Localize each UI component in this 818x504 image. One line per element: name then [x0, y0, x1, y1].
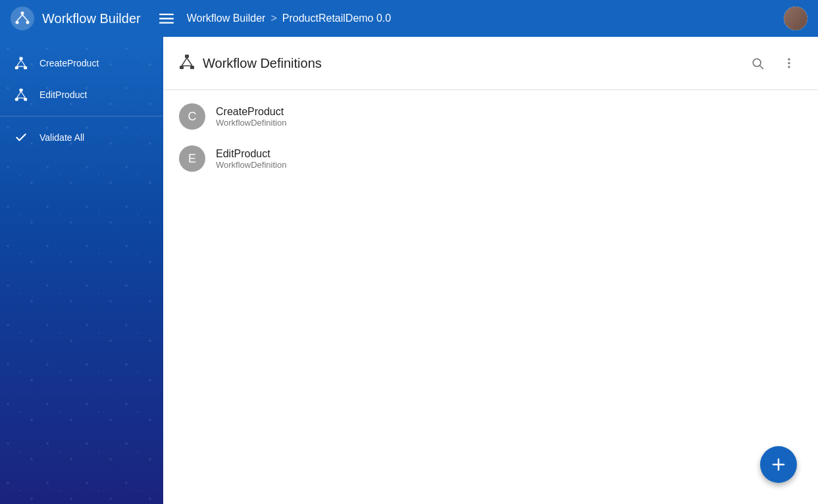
sidebar-item-edit-product[interactable]: EditProduct [0, 79, 163, 111]
svg-line-24 [187, 58, 192, 66]
page-header-actions [744, 50, 802, 76]
breadcrumb: Workflow Builder > ProductRetailDemo 0.0 [187, 13, 784, 24]
svg-line-4 [22, 15, 28, 21]
svg-rect-5 [159, 14, 174, 15]
definition-type-create: WorkflowDefinition [216, 118, 286, 128]
svg-point-0 [21, 12, 24, 15]
svg-line-12 [21, 60, 26, 66]
page-header: Workflow Definitions [163, 37, 818, 90]
sidebar-item-label-edit-product: EditProduct [39, 89, 87, 100]
search-icon [751, 57, 764, 70]
avatar[interactable] [784, 7, 807, 30]
add-icon [771, 457, 786, 472]
hamburger-icon [159, 11, 174, 26]
breadcrumb-separator: > [270, 13, 276, 24]
svg-point-30 [788, 66, 790, 68]
add-button[interactable] [760, 446, 797, 483]
page-title: Workflow Definitions [203, 56, 744, 71]
svg-point-2 [26, 21, 30, 24]
svg-point-29 [788, 62, 790, 64]
svg-line-17 [16, 91, 21, 98]
definition-name-edit: EditProduct [216, 148, 286, 160]
svg-point-28 [788, 59, 790, 61]
svg-rect-20 [185, 55, 189, 58]
definition-item-create-product[interactable]: C CreateProduct WorkflowDefinition [163, 95, 818, 138]
svg-line-11 [16, 60, 21, 66]
svg-rect-7 [159, 22, 174, 24]
more-options-button[interactable] [776, 50, 802, 76]
sidebar-divider [0, 116, 163, 116]
sidebar: CreateProduct EditProduct Validate All [0, 37, 163, 504]
sidebar-icon-create-product [13, 55, 29, 71]
sidebar-item-create-product[interactable]: CreateProduct [0, 47, 163, 79]
definition-type-edit: WorkflowDefinition [216, 160, 286, 170]
definition-avatar-edit: E [179, 145, 205, 172]
main-content: Workflow Definitions C [163, 37, 818, 504]
top-bar: Workflow Builder Workflow Builder > Prod… [0, 0, 818, 37]
svg-line-18 [21, 91, 26, 98]
definition-name-create: CreateProduct [216, 106, 286, 118]
sidebar-icon-edit-product [13, 87, 29, 103]
sidebar-item-label-create-product: CreateProduct [39, 58, 99, 68]
definition-avatar-create: C [179, 103, 205, 130]
svg-line-3 [17, 15, 22, 21]
sidebar-item-label-validate-all: Validate All [39, 132, 84, 143]
avatar-image [784, 7, 807, 30]
definition-info-create: CreateProduct WorkflowDefinition [216, 106, 286, 128]
sidebar-item-validate-all[interactable]: Validate All [0, 122, 163, 153]
svg-rect-8 [20, 57, 23, 60]
definition-item-edit-product[interactable]: E EditProduct WorkflowDefinition [163, 138, 818, 180]
app-logo-icon [14, 11, 30, 26]
svg-rect-6 [159, 18, 174, 19]
check-icon [13, 130, 29, 145]
breadcrumb-project-name: ProductRetailDemo 0.0 [282, 13, 391, 24]
more-options-icon [782, 57, 796, 70]
app-logo [11, 7, 34, 30]
hamburger-button[interactable] [157, 9, 176, 28]
svg-rect-14 [20, 89, 23, 91]
svg-line-23 [182, 58, 187, 66]
search-button[interactable] [744, 50, 771, 76]
app-title: Workflow Builder [42, 11, 141, 26]
workflow-definitions-icon [179, 54, 195, 72]
definitions-list: C CreateProduct WorkflowDefinition E Edi… [163, 90, 818, 185]
definition-info-edit: EditProduct WorkflowDefinition [216, 148, 286, 170]
svg-point-1 [16, 21, 19, 24]
svg-line-27 [760, 66, 763, 69]
breadcrumb-app-name: Workflow Builder [187, 13, 266, 24]
